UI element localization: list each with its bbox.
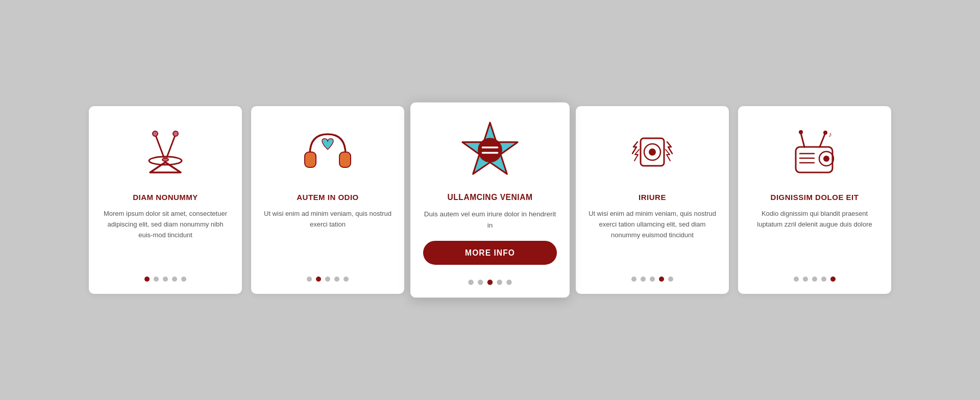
- dot: [668, 277, 673, 282]
- headphone-icon: [297, 121, 358, 183]
- svg-point-15: [649, 148, 656, 156]
- dot: [144, 277, 150, 282]
- svg-point-23: [823, 156, 829, 162]
- svg-point-2: [162, 158, 168, 161]
- card-3-dots: [468, 280, 511, 285]
- card-2-title: AUTEM IN ODIO: [297, 193, 359, 202]
- card-5-dots: [794, 277, 836, 282]
- card-2: AUTEM IN ODIO Ut wisi enim ad minim veni…: [251, 106, 404, 294]
- svg-line-17: [801, 133, 804, 147]
- dot: [478, 280, 483, 285]
- dot: [812, 277, 817, 282]
- card-4-dots: [631, 277, 673, 282]
- star-icon: [458, 118, 522, 182]
- card-5-text: Kodio dignissim qui blandit praesent lup…: [750, 209, 879, 267]
- cymbal-icon: [135, 121, 196, 183]
- svg-point-4: [153, 131, 158, 136]
- dot: [334, 277, 339, 282]
- dot: [154, 277, 159, 282]
- svg-rect-7: [305, 152, 316, 167]
- card-4-text: Ut wisi enim ad minim veniam, quis nostr…: [588, 209, 717, 267]
- dot: [181, 277, 186, 282]
- dot: [830, 277, 836, 282]
- svg-point-6: [173, 131, 178, 136]
- dot: [794, 277, 799, 282]
- card-2-dots: [307, 277, 349, 282]
- card-1-title: DIAM NONUMMY: [133, 193, 198, 202]
- svg-point-20: [823, 131, 827, 135]
- dot: [631, 277, 636, 282]
- speaker-icon: [622, 121, 683, 183]
- dot: [307, 277, 312, 282]
- dot: [163, 277, 168, 282]
- svg-point-10: [478, 138, 502, 162]
- svg-rect-8: [339, 152, 351, 167]
- card-5: ♪ DIGNISSIM DOLOE EIT Kodio dignissim qu…: [738, 106, 891, 294]
- card-2-text: Ut wisi enim ad minim veniam, quis nostr…: [263, 209, 392, 267]
- svg-line-19: [820, 134, 825, 147]
- svg-line-3: [155, 134, 164, 157]
- dot: [650, 277, 655, 282]
- dot: [497, 280, 502, 285]
- dot: [172, 277, 177, 282]
- radio-icon: ♪: [784, 121, 845, 183]
- card-1: DIAM NONUMMY Morem ipsum dolor sit amet,…: [89, 106, 242, 294]
- dot: [316, 277, 321, 282]
- card-3-text: Duis autem vel eum iriure dolor in hendr…: [423, 209, 557, 231]
- svg-text:♪: ♪: [828, 130, 832, 138]
- dot: [344, 277, 349, 282]
- svg-line-5: [167, 134, 176, 157]
- dot: [659, 277, 664, 282]
- card-1-dots: [144, 277, 186, 282]
- dot: [803, 277, 808, 282]
- card-5-title: DIGNISSIM DOLOE EIT: [771, 193, 859, 202]
- card-3-title: ULLAMCING VENIAM: [448, 193, 533, 202]
- more-info-button[interactable]: MORE INFO: [423, 241, 557, 265]
- dot: [487, 280, 493, 285]
- card-4: IRIURE Ut wisi enim ad minim veniam, qui…: [576, 106, 729, 294]
- card-3: ULLAMCING VENIAM Duis autem vel eum iriu…: [410, 103, 570, 297]
- cards-container: DIAM NONUMMY Morem ipsum dolor sit amet,…: [58, 86, 922, 314]
- dot: [325, 277, 330, 282]
- card-4-title: IRIURE: [639, 193, 666, 202]
- card-1-text: Morem ipsum dolor sit amet, consectetuer…: [101, 209, 230, 267]
- dot: [468, 280, 473, 285]
- svg-point-18: [799, 130, 803, 134]
- dot: [821, 277, 826, 282]
- dot: [641, 277, 646, 282]
- dot: [506, 280, 511, 285]
